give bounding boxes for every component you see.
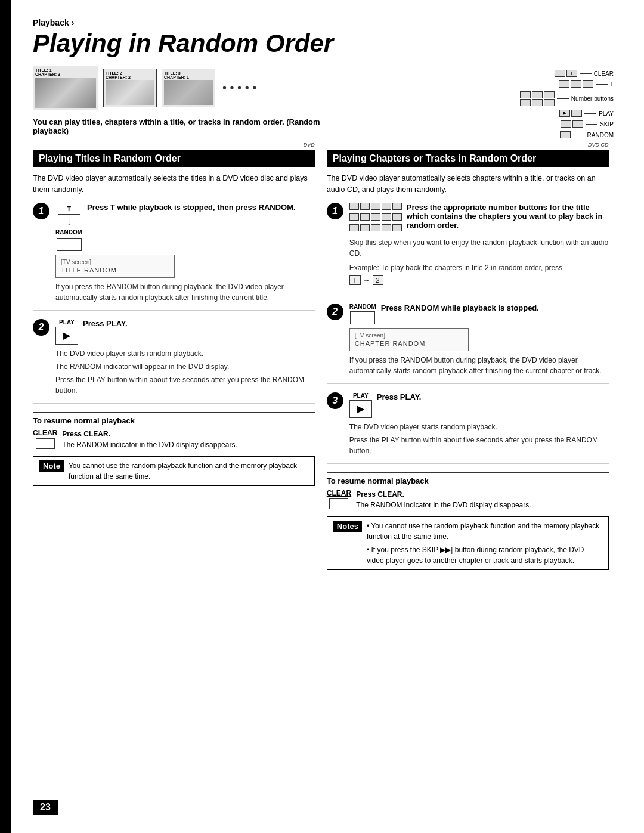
num-btn-2 <box>360 203 370 210</box>
remote-btn-rand <box>560 131 571 138</box>
left-step-1-title: Press T while playback is stopped, then … <box>87 203 296 212</box>
left-step-1: 1 T ↓ RANDOM Press T while playback is s… <box>33 203 315 311</box>
breadcrumb-text: Playback <box>33 18 69 27</box>
num-buttons-grid-2 <box>349 213 402 221</box>
remote-label-random: RANDOM <box>587 132 614 138</box>
right-note-1: • You cannot use the random playback fun… <box>367 521 602 542</box>
top-right: T CLEAR <box>385 66 620 144</box>
arrow-down-icon: ↓ <box>67 217 72 227</box>
left-resume-section: To resume normal playback CLEAR Press CL… <box>33 412 315 450</box>
left-resume-content: Press CLEAR. The RANDOM indicator in the… <box>62 429 237 450</box>
left-resume-title: To resume normal playback <box>33 416 315 425</box>
remote-btn-random-icon <box>561 120 571 128</box>
num-btn-10 <box>392 213 402 221</box>
right-step-2-tv-screen: [TV screen] CHAPTER RANDOM <box>349 328 469 351</box>
disc-box-1: TITLE: 1CHAPTER: 3 <box>33 66 98 110</box>
right-step-1-title-wrap: Press the appropriate number buttons for… <box>407 203 609 232</box>
remote-diagram: T CLEAR <box>501 66 620 144</box>
remote-row-2: T <box>559 80 614 88</box>
left-tv-label-1: [TV screen] <box>61 259 169 265</box>
formula-arrow: → <box>363 276 370 284</box>
left-section-header-wrapper: DVD Playing Titles in Random Order <box>33 150 315 167</box>
left-step-1-icon-row: T ↓ RANDOM Press T while playback is sto… <box>55 203 315 251</box>
right-resume-content: Press CLEAR. The RANDOM indicator in the… <box>356 489 531 510</box>
random-label-right: RANDOM <box>349 304 376 310</box>
remote-btn-clear <box>555 70 565 77</box>
right-step-1: 1 <box>327 203 609 295</box>
page-number-row: 23 <box>33 800 620 815</box>
t-icon-label: T <box>67 205 71 212</box>
formula-row: T → 2 <box>349 275 609 285</box>
dots-row: • • • • • <box>222 81 256 95</box>
disc-image-1 <box>35 78 96 108</box>
left-step-1-desc: If you press the RANDOM button during pl… <box>55 281 315 303</box>
play-label-left: PLAY <box>59 319 75 326</box>
top-section: TITLE: 1CHAPTER: 3 TITLE: 2CHAPTER: 2 TI… <box>33 66 620 144</box>
disc-item-3: TITLE: 3CHAPTER: 1 <box>162 69 215 107</box>
col-left: DVD Playing Titles in Random Order The D… <box>33 150 315 791</box>
remote-btn-n4 <box>520 91 531 98</box>
left-clear-label: CLEAR <box>33 429 57 437</box>
play-label-right: PLAY <box>353 392 369 399</box>
left-step-2-content: PLAY ▶ Press PLAY. The DVD video player … <box>55 319 315 396</box>
right-step-3-icon-row: PLAY ▶ Press PLAY. <box>349 392 609 418</box>
left-tv-content-1: TITLE RANDOM <box>61 267 169 274</box>
disc-diagram: TITLE: 1CHAPTER: 3 TITLE: 2CHAPTER: 2 TI… <box>33 66 356 110</box>
breadcrumb-arrow: › <box>72 18 75 27</box>
num-buttons-grid-3 <box>349 224 402 231</box>
num-btn-7 <box>360 213 370 221</box>
disc-label-1: TITLE: 1CHAPTER: 3 <box>35 68 96 76</box>
left-note-section: Note You cannot use the random playback … <box>33 456 315 486</box>
right-step-1-title: Press the appropriate number buttons for… <box>407 203 609 230</box>
play-icon-box-left: ▶ <box>55 327 78 345</box>
t-icon-box: T <box>58 203 80 215</box>
left-step-2-desc-2: The RANDOM indicator will appear in the … <box>55 361 315 372</box>
breadcrumb: Playback › <box>33 18 620 27</box>
right-resume-desc: The RANDOM indicator in the DVD display … <box>356 500 531 510</box>
num-btn-3 <box>371 203 380 210</box>
remote-row-4: ▶ PLAY <box>559 110 614 117</box>
left-step-1-content: T ↓ RANDOM Press T while playback is sto… <box>55 203 315 303</box>
right-step-1-example: Example: To play back the chapters in ti… <box>349 262 609 273</box>
left-step-2-icon-row: PLAY ▶ Press PLAY. <box>55 319 315 345</box>
random-icon-box-right <box>350 311 375 324</box>
right-step-2-number: 2 <box>327 304 343 320</box>
remote-row-3: Number buttons <box>520 91 614 106</box>
num-btn-1 <box>349 203 359 210</box>
right-step-3-desc-2: Press the PLAY button within about five … <box>349 435 609 456</box>
remote-label-play: PLAY <box>599 110 614 117</box>
main-title: Playing in Random Order <box>33 30 620 57</box>
remote-btn-n1 <box>559 80 569 88</box>
right-step-2-title: Press RANDOM while playback is stopped. <box>381 304 539 312</box>
left-step-1-number: 1 <box>33 203 49 219</box>
col-right: DVD CD Playing Chapters or Tracks in Ran… <box>327 150 609 791</box>
left-step-2-title: Press PLAY. <box>83 319 128 328</box>
left-section-intro: The DVD video player automatically selec… <box>33 173 315 196</box>
left-note-label: Note <box>39 460 64 472</box>
right-step-3: 3 PLAY ▶ Press PLAY. The DVD video playe… <box>327 392 609 464</box>
remote-row-1: T CLEAR <box>555 70 614 77</box>
formula-2: 2 <box>373 275 383 285</box>
right-step-3-desc-1: The DVD video player starts random playb… <box>349 422 609 432</box>
remote-label-number-buttons: Number buttons <box>571 95 614 102</box>
remote-row-5: SKIP <box>561 120 614 128</box>
num-btn-14 <box>382 224 391 231</box>
right-section-intro: The DVD video player automatically selec… <box>327 173 609 196</box>
right-section-title: Playing Chapters or Tracks in Random Ord… <box>333 153 536 164</box>
left-note-text: You cannot use the random playback funct… <box>69 460 308 482</box>
right-clear-box <box>329 498 348 509</box>
remote-btn-t: T <box>566 70 577 77</box>
right-notes-label: Notes <box>333 521 362 532</box>
disc-label-3: TITLE: 3CHAPTER: 1 <box>164 71 213 79</box>
num-btn-11 <box>349 224 359 231</box>
num-buttons-grid-1 <box>349 203 402 210</box>
num-btn-9 <box>382 213 391 221</box>
left-step-2-number: 2 <box>33 319 49 336</box>
disc-box-3: TITLE: 3CHAPTER: 1 <box>162 69 215 107</box>
remote-label-skip: SKIP <box>600 121 614 128</box>
remote-label-clear: CLEAR <box>594 70 614 77</box>
remote-btn-n5 <box>532 91 543 98</box>
num-btn-8 <box>371 213 380 221</box>
disc-image-3 <box>164 80 213 105</box>
right-tv-content-2: CHAPTER RANDOM <box>355 340 463 347</box>
